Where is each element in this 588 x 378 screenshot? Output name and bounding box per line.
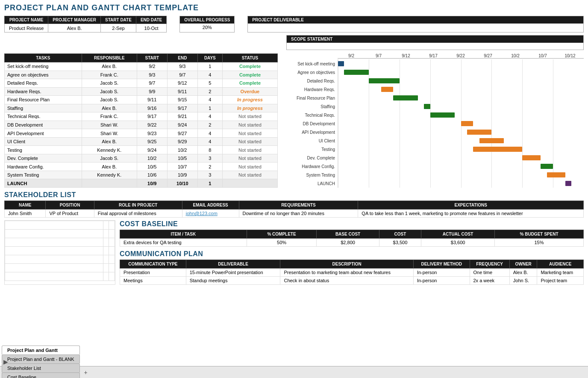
task-name-cell: UI Client [5, 137, 82, 146]
gantt-grid-line [553, 77, 553, 85]
comm-description: Check in about status [280, 277, 413, 285]
task-name-cell: Dev. Complete [5, 154, 82, 162]
gantt-grid-line [491, 128, 492, 136]
gantt-grid-line [491, 59, 492, 68]
end-cell: 9/21 [167, 112, 197, 121]
status-cell: In progress [222, 96, 277, 104]
cost-col-base-cost: BASE COST [317, 230, 379, 239]
gantt-row: LAUNCH [282, 179, 584, 188]
gantt-date-label: 9/12 [392, 53, 420, 58]
gantt-grid-line [338, 94, 338, 102]
gantt-grid-line [369, 119, 369, 128]
comm-frequency: One time [470, 269, 509, 277]
gantt-bar [381, 87, 394, 92]
days-cell: 2 [197, 121, 222, 129]
gantt-grid-line [522, 85, 523, 94]
gantt-date-label: 9/2 [338, 53, 365, 58]
scope-box: SCOPE STATEMENT [286, 35, 584, 50]
gantt-row-label: Agree on objectives [282, 70, 338, 75]
end-cell: 9/24 [167, 121, 197, 129]
sh-email-link[interactable]: john@123.com [186, 211, 218, 216]
cost-actual-cost: $3,600 [421, 239, 495, 247]
gantt-area: 9/29/79/129/179/229/2710/210/710/12 Set … [278, 53, 584, 188]
gantt-row: Staffing [282, 102, 584, 111]
gantt-row-chart [338, 154, 584, 162]
status-cell: Not started [222, 112, 277, 121]
table-row: UI Client Alex B. 9/25 9/29 4 Not starte… [5, 137, 278, 146]
end-cell: 9/27 [167, 129, 197, 138]
cost-item: Extra devices for QA testing [120, 239, 247, 247]
task-name-cell: LAUNCH [5, 179, 82, 188]
stakeholder-section: STAKEHOLDER LIST NAME POSITION ROLE IN P… [4, 191, 584, 218]
lower-section: COST BASELINE ITEM / TASK % COMPLETE BAS… [4, 220, 584, 285]
gantt-grid-line [338, 136, 338, 145]
gantt-grid-line [491, 179, 492, 188]
gantt-grid-line [522, 111, 523, 119]
scope-content [287, 43, 583, 50]
gantt-grid-line [522, 102, 523, 111]
gantt-grid-line [553, 179, 553, 188]
gantt-grid-line [553, 162, 553, 171]
task-name-cell: Agree on objectives [5, 71, 82, 79]
sh-email: john@123.com [182, 210, 239, 218]
tasks-col-end: END [167, 54, 197, 62]
gantt-grid-line [491, 94, 492, 102]
gantt-grid-line [430, 145, 431, 154]
gantt-grid-line [400, 111, 400, 119]
scroll-left-arrow[interactable]: ▶ [3, 358, 8, 365]
gantt-bar [430, 112, 455, 118]
gantt-bar [541, 164, 553, 169]
start-cell: 10/6 [137, 171, 167, 179]
table-row: Technical Reqs. Frank C. 9/17 9/21 4 Not… [5, 112, 278, 121]
tab-item[interactable]: Project Plan and Gantt [2, 346, 80, 354]
start-cell: 9/3 [137, 71, 167, 79]
task-name-cell: Technical Reqs. [5, 112, 82, 121]
gantt-grid-line [369, 154, 369, 162]
tab-item[interactable]: Stakeholder List [2, 363, 80, 372]
cost-base-cost: $2,800 [317, 239, 379, 247]
gantt-row: Set kick-off meeting [282, 59, 584, 68]
gantt-grid-line [553, 119, 553, 128]
gantt-row-label: LAUNCH [282, 181, 338, 186]
gantt-row-chart [338, 179, 584, 188]
tab-item[interactable]: Cost Baseline [2, 372, 80, 378]
project-info-row: PROJECT NAME PROJECT MANAGER START DATE … [4, 16, 584, 32]
gantt-grid-line [400, 59, 400, 68]
col-header-project-manager: PROJECT MANAGER [48, 16, 101, 24]
start-cell: 9/25 [137, 137, 167, 146]
task-name-cell: Hardware Reqs. [5, 87, 82, 96]
gantt-row: Agree on objectives [282, 68, 584, 77]
add-tab-button[interactable]: + [81, 368, 91, 377]
gantt-row-chart [338, 59, 584, 68]
gantt-grid-line [338, 171, 338, 179]
gantt-row-label: UI Client [282, 139, 338, 143]
comm-audience: Project team [537, 277, 584, 285]
gantt-row-chart [338, 162, 584, 171]
gantt-row-label: Hardware Config. [282, 164, 338, 169]
gantt-bar [547, 172, 565, 177]
tab-item[interactable]: Project Plan and Gantt - BLANK [2, 354, 80, 363]
gantt-bar [473, 147, 522, 152]
gantt-grid-line [369, 85, 369, 94]
gantt-grid-line [430, 59, 431, 68]
gantt-date-label: 10/12 [556, 53, 584, 58]
start-cell: 9/24 [137, 146, 167, 154]
gantt-grid-line [461, 128, 462, 136]
days-cell: 8 [197, 146, 222, 154]
gantt-grid-line [461, 68, 462, 77]
table-row: John Smith VP of Product Final approval … [5, 210, 584, 218]
end-cell: 9/11 [167, 87, 197, 96]
table-row: Meetings Standup meetings Check in about… [120, 277, 584, 285]
responsible-cell: Frank C. [82, 112, 137, 121]
gantt-grid-line [522, 59, 523, 68]
comm-type: Presentation [120, 269, 186, 277]
cost-table: ITEM / TASK % COMPLETE BASE COST COST AC… [120, 230, 584, 247]
days-cell: 2 [197, 162, 222, 171]
right-content: COST BASELINE ITEM / TASK % COMPLETE BAS… [115, 220, 584, 285]
start-cell: 10/2 [137, 154, 167, 162]
status-cell: Not started [222, 137, 277, 146]
status-cell: Not started [222, 171, 277, 179]
overall-progress-box: OVERALL PROGRESS 20% [179, 16, 235, 32]
project-name-value: Product Release [5, 24, 48, 32]
gantt-grid-line [461, 171, 462, 179]
